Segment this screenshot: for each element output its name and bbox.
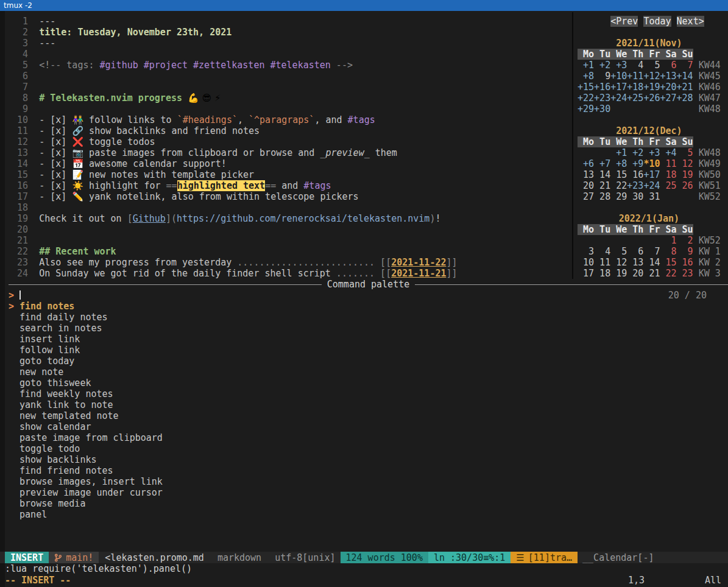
calendar-day[interactable]: +6	[578, 158, 594, 169]
editor-line[interactable]: 9	[6, 104, 570, 114]
calendar-day[interactable]: +2	[594, 60, 610, 71]
calendar-day[interactable]: +10	[610, 71, 627, 82]
palette-selected-row[interactable]: > find notes	[9, 301, 728, 312]
today-button[interactable]: Today	[643, 16, 671, 27]
editor-line[interactable]: 1 ---	[6, 16, 570, 27]
calendar-day[interactable]: 16	[677, 257, 693, 268]
editor-line[interactable]: 20	[6, 224, 570, 235]
palette-prompt-row[interactable]: > 20 / 20	[9, 290, 728, 301]
calendar-day[interactable]: 30	[627, 191, 643, 202]
palette-item[interactable]: yank link to note	[9, 399, 728, 410]
palette-item[interactable]: panel	[9, 509, 728, 520]
calendar-day[interactable]: +18	[627, 82, 643, 93]
calendar-day[interactable]: +28	[677, 93, 693, 104]
calendar-day[interactable]: +8	[610, 158, 627, 169]
calendar-day[interactable]: 7	[677, 60, 693, 71]
calendar-day[interactable]: +13	[660, 71, 676, 82]
calendar-day[interactable]: 6	[660, 60, 676, 71]
calendar-day[interactable]: +24	[643, 180, 660, 191]
calendar-day[interactable]: +11	[627, 71, 643, 82]
calendar-day[interactable]: 3	[578, 246, 594, 257]
next-button[interactable]: Next>	[677, 16, 704, 27]
editor-line[interactable]: 11 - [x] 🔗 show backlinks and friend not…	[6, 125, 570, 136]
editor-line[interactable]: 17 - [x] ✏️ yank notelink, also from wit…	[6, 191, 570, 202]
calendar-day[interactable]: 23	[677, 268, 693, 279]
calendar-day[interactable]: 14	[643, 257, 660, 268]
palette-item[interactable]: preview image under cursor	[9, 487, 728, 498]
calendar-day[interactable]: 7	[643, 246, 660, 257]
calendar-day[interactable]: 12	[610, 257, 627, 268]
calendar-day[interactable]: 18	[660, 169, 676, 180]
calendar-day[interactable]: +3	[643, 147, 660, 158]
calendar-day[interactable]: +12	[643, 71, 660, 82]
calendar-day[interactable]: 11	[594, 257, 610, 268]
calendar-day[interactable]: 9	[677, 246, 693, 257]
calendar-day[interactable]: +23	[627, 180, 643, 191]
window-separator[interactable]	[572, 12, 573, 279]
calendar-day[interactable]: 21	[594, 180, 610, 191]
palette-item[interactable]: toggle todo	[9, 443, 728, 454]
palette-item[interactable]: find weekly notes	[9, 388, 728, 399]
calendar-day[interactable]: 6	[627, 246, 643, 257]
calendar-day[interactable]: +25	[627, 93, 643, 104]
editor-line[interactable]: 13 - [x] 📷 paste images from clipboard o…	[6, 147, 570, 158]
editor-line[interactable]: 16 - [x] ☀️ highlight for ==highlighted …	[6, 180, 570, 191]
palette-item[interactable]: find friend notes	[9, 465, 728, 476]
editor-line[interactable]: 19 Check it out on [Github](https://gith…	[6, 213, 570, 224]
calendar-day[interactable]: 25	[660, 180, 676, 191]
calendar-day[interactable]: +29	[578, 104, 594, 114]
calendar-day[interactable]: +15	[578, 82, 594, 93]
editor-line[interactable]: 5 <!-- tags: #github #project #zettelkas…	[6, 60, 570, 71]
editor-line[interactable]: 15 - [x] 📝 new notes with template picke…	[6, 169, 570, 180]
calendar-day[interactable]: +17	[643, 169, 660, 180]
prev-button[interactable]: <Prev	[610, 16, 638, 27]
palette-item[interactable]: new note	[9, 367, 728, 378]
calendar-day[interactable]: +14	[677, 71, 693, 82]
editor-line[interactable]: 10 - [x] 👫 follow links to `#headings`, …	[6, 114, 570, 125]
calendar-day[interactable]: *10	[643, 158, 660, 169]
calendar-day[interactable]: 28	[594, 191, 610, 202]
calendar-day[interactable]: 19	[610, 268, 627, 279]
palette-item[interactable]: paste image from clipboard	[9, 432, 728, 443]
palette-item[interactable]: show backlinks	[9, 454, 728, 465]
editor-line[interactable]: 23 Also see my progress from yesterday .…	[6, 257, 570, 268]
calendar-day[interactable]: +7	[594, 158, 610, 169]
editor-line[interactable]: 18	[6, 202, 570, 213]
calendar-day[interactable]: +2	[627, 147, 643, 158]
palette-item[interactable]: goto today	[9, 356, 728, 367]
calendar-day[interactable]: +23	[594, 93, 610, 104]
editor-window[interactable]: 1 --- 2 title: Tuesday, November 23th, 2…	[6, 16, 570, 279]
calendar-day[interactable]: 20	[578, 180, 594, 191]
palette-item[interactable]: browse media	[9, 498, 728, 509]
calendar-day[interactable]: +21	[677, 82, 693, 93]
calendar-day[interactable]: 20	[627, 268, 643, 279]
calendar-day[interactable]: 15	[610, 169, 627, 180]
calendar-day[interactable]: +20	[660, 82, 676, 93]
palette-item[interactable]: browse images, insert link	[9, 476, 728, 487]
calendar-day[interactable]: +19	[643, 82, 660, 93]
calendar-day[interactable]: 18	[594, 268, 610, 279]
editor-line[interactable]: 4	[6, 49, 570, 60]
calendar-day[interactable]: 2	[677, 235, 693, 246]
calendar-day[interactable]: +8	[578, 71, 594, 82]
palette-item[interactable]: search in notes	[9, 323, 728, 334]
calendar-day[interactable]: 11	[660, 158, 676, 169]
editor-line[interactable]: 2 title: Tuesday, November 23th, 2021	[6, 27, 570, 38]
calendar-day[interactable]: 1	[660, 235, 676, 246]
calendar-day[interactable]: 5	[677, 147, 693, 158]
calendar-day[interactable]: +27	[660, 93, 676, 104]
calendar-day[interactable]: 9	[594, 71, 610, 82]
calendar-day[interactable]: 10	[578, 257, 594, 268]
editor-line[interactable]: 21	[6, 235, 570, 246]
calendar-day[interactable]: 13	[578, 169, 594, 180]
editor-line[interactable]: 24 On Sunday we got rid of the daily fin…	[6, 268, 570, 279]
calendar-day[interactable]: 4	[627, 60, 643, 71]
calendar-day[interactable]: 14	[594, 169, 610, 180]
palette-item[interactable]: find daily notes	[9, 312, 728, 323]
calendar-day[interactable]: +1	[610, 147, 627, 158]
palette-item[interactable]: insert link	[9, 334, 728, 345]
calendar-day[interactable]: 21	[643, 268, 660, 279]
calendar-day[interactable]: +26	[643, 93, 660, 104]
calendar-day[interactable]: 27	[578, 191, 594, 202]
palette-item[interactable]: follow link	[9, 345, 728, 356]
